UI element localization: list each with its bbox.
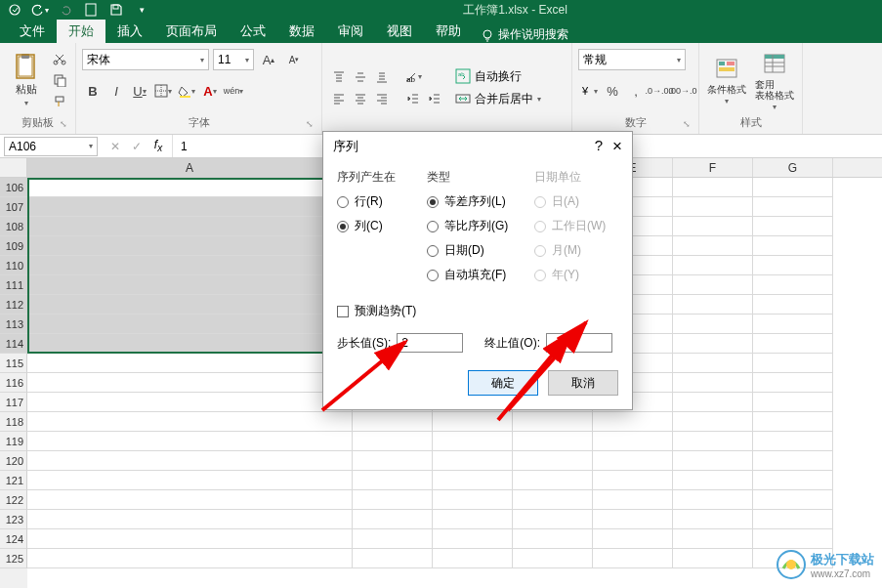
step-value-input[interactable] bbox=[397, 333, 463, 353]
cell[interactable] bbox=[673, 510, 753, 529]
cell[interactable] bbox=[673, 412, 753, 432]
row-header[interactable]: 113 bbox=[0, 315, 27, 334]
tab-data[interactable]: 数据 bbox=[277, 20, 326, 43]
cell[interactable] bbox=[27, 315, 353, 334]
font-color-button[interactable]: A▾ bbox=[199, 80, 221, 102]
new-icon[interactable] bbox=[80, 1, 102, 19]
cell[interactable] bbox=[593, 490, 673, 510]
cell[interactable] bbox=[593, 510, 673, 529]
cell[interactable] bbox=[353, 490, 433, 510]
cell[interactable] bbox=[673, 373, 753, 393]
row-header[interactable]: 106 bbox=[0, 178, 27, 197]
cell[interactable] bbox=[433, 529, 513, 549]
row-header[interactable]: 114 bbox=[0, 334, 27, 354]
cell[interactable] bbox=[593, 471, 673, 490]
cell[interactable] bbox=[353, 510, 433, 529]
font-size-combo[interactable]: 11▾ bbox=[213, 49, 254, 70]
enter-formula-button[interactable]: ✓ bbox=[127, 137, 147, 156]
dialog-launcher-icon[interactable]: ⤡ bbox=[58, 119, 69, 131]
cell[interactable] bbox=[673, 315, 753, 334]
cell[interactable] bbox=[353, 529, 433, 549]
cell[interactable] bbox=[27, 236, 353, 256]
decrease-font-button[interactable]: A▾ bbox=[283, 49, 305, 70]
cell[interactable] bbox=[673, 197, 753, 217]
redo-icon[interactable] bbox=[55, 1, 76, 19]
cell[interactable] bbox=[753, 471, 833, 490]
border-button[interactable]: ▾ bbox=[152, 80, 174, 102]
cell[interactable] bbox=[593, 451, 673, 471]
autosave-icon[interactable] bbox=[4, 1, 25, 19]
dialog-titlebar[interactable]: 序列 ? × bbox=[323, 132, 632, 161]
cell[interactable] bbox=[433, 451, 513, 471]
merge-center-button[interactable]: 合并后居中▾ bbox=[455, 91, 541, 107]
cell[interactable] bbox=[593, 549, 673, 568]
row-header[interactable]: 122 bbox=[0, 490, 27, 510]
accounting-button[interactable]: ¥▾ bbox=[578, 80, 600, 102]
radio-growth[interactable]: 等比序列(G) bbox=[427, 218, 525, 234]
cell[interactable] bbox=[27, 334, 353, 354]
align-left-button[interactable] bbox=[328, 89, 350, 108]
cell[interactable] bbox=[27, 256, 353, 275]
cancel-button[interactable]: 取消 bbox=[548, 370, 618, 396]
comma-button[interactable]: , bbox=[625, 80, 647, 102]
cell[interactable] bbox=[513, 549, 593, 568]
cell[interactable] bbox=[513, 490, 593, 510]
cell[interactable] bbox=[593, 529, 673, 549]
align-center-button[interactable] bbox=[350, 89, 371, 108]
undo-icon[interactable]: ▾ bbox=[29, 1, 51, 19]
cell[interactable] bbox=[27, 393, 353, 412]
cell[interactable] bbox=[753, 529, 833, 549]
cell[interactable] bbox=[673, 549, 753, 568]
paste-button[interactable]: 粘贴 ▾ bbox=[6, 47, 46, 113]
cancel-formula-button[interactable]: ✕ bbox=[105, 137, 125, 156]
dialog-launcher-icon[interactable]: ⤡ bbox=[681, 119, 693, 131]
dialog-help-button[interactable]: ? bbox=[595, 137, 603, 156]
cell[interactable] bbox=[753, 510, 833, 529]
bold-button[interactable]: B bbox=[82, 80, 104, 102]
cell[interactable] bbox=[673, 217, 753, 236]
cell[interactable] bbox=[27, 510, 353, 529]
cell[interactable] bbox=[353, 471, 433, 490]
save-icon[interactable] bbox=[105, 1, 127, 19]
orientation-button[interactable]: ab▾ bbox=[402, 67, 424, 87]
cell[interactable] bbox=[513, 432, 593, 451]
cell[interactable] bbox=[27, 471, 353, 490]
cell[interactable] bbox=[27, 529, 353, 549]
select-all-corner[interactable] bbox=[0, 158, 27, 178]
tell-me-search[interactable]: 操作说明搜索 bbox=[473, 26, 576, 43]
tab-view[interactable]: 视图 bbox=[375, 20, 424, 43]
row-header[interactable]: 118 bbox=[0, 412, 27, 432]
row-header[interactable]: 124 bbox=[0, 529, 27, 549]
row-header[interactable]: 120 bbox=[0, 451, 27, 471]
fill-color-button[interactable]: ▾ bbox=[176, 80, 197, 102]
cell[interactable] bbox=[353, 412, 433, 432]
column-header[interactable]: F bbox=[673, 158, 753, 177]
tab-insert[interactable]: 插入 bbox=[105, 20, 154, 43]
radio-autofill[interactable]: 自动填充(F) bbox=[427, 267, 525, 283]
font-name-combo[interactable]: 宋体▾ bbox=[82, 49, 209, 70]
row-header[interactable]: 117 bbox=[0, 393, 27, 412]
cell[interactable] bbox=[27, 432, 353, 451]
increase-decimal-button[interactable]: .0→.00 bbox=[649, 80, 670, 102]
cell[interactable] bbox=[753, 373, 833, 393]
cell[interactable] bbox=[433, 432, 513, 451]
cell[interactable] bbox=[27, 217, 353, 236]
copy-button[interactable] bbox=[50, 70, 69, 90]
cell[interactable] bbox=[353, 549, 433, 568]
radio-linear[interactable]: 等差序列(L) bbox=[427, 193, 525, 210]
row-header[interactable]: 116 bbox=[0, 373, 27, 393]
cell[interactable] bbox=[673, 432, 753, 451]
cell[interactable] bbox=[433, 412, 513, 432]
cell[interactable] bbox=[673, 490, 753, 510]
column-header[interactable]: G bbox=[753, 158, 833, 177]
cell[interactable] bbox=[673, 256, 753, 275]
row-header[interactable]: 111 bbox=[0, 275, 27, 295]
phonetic-button[interactable]: wén▾ bbox=[223, 80, 244, 102]
italic-button[interactable]: I bbox=[105, 80, 127, 102]
cell[interactable] bbox=[753, 275, 833, 295]
underline-button[interactable]: U▾ bbox=[129, 80, 150, 102]
cell[interactable] bbox=[673, 471, 753, 490]
tab-help[interactable]: 帮助 bbox=[424, 20, 473, 43]
cell[interactable] bbox=[513, 412, 593, 432]
row-header[interactable]: 125 bbox=[0, 549, 27, 568]
